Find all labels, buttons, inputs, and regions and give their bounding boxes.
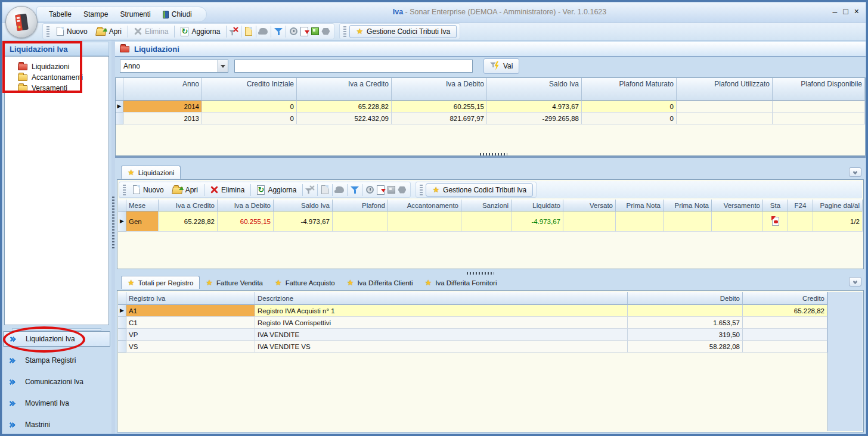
col-header[interactable]: Prima Nota <box>616 200 664 211</box>
table-row[interactable]: C1 Registo IVA Corrispettivi 1.653,57 <box>118 317 863 329</box>
close-button[interactable]: × <box>854 6 859 17</box>
col-header[interactable]: Mese <box>126 200 159 211</box>
menu-stampe[interactable]: Stampe <box>79 8 113 20</box>
apri-button[interactable]: Apri <box>92 26 126 37</box>
toolbar-grip[interactable] <box>123 185 126 195</box>
export-pdf-button[interactable] <box>375 185 386 195</box>
table-row[interactable]: VP IVA VENDITE 319,50 <box>118 329 863 341</box>
tree-item-versamenti[interactable]: Versamenti <box>5 83 108 94</box>
tab-iva-differita-fornitori[interactable]: ★ Iva Differita Fornitori <box>419 276 503 289</box>
clear-filter-button[interactable] <box>228 26 239 37</box>
col-header[interactable]: F24 <box>788 200 813 211</box>
nav-mastrini[interactable]: Mastrini <box>3 417 110 432</box>
nav-stampa-registri[interactable]: Stampa Registri <box>3 353 110 368</box>
toolbar-grip[interactable] <box>420 185 423 195</box>
collapse-panel-button[interactable] <box>849 277 861 286</box>
menu-strumenti[interactable]: Strumenti <box>115 8 155 20</box>
image-button[interactable] <box>309 26 320 37</box>
col-header[interactable]: Accantonamento <box>388 200 461 211</box>
toolbar-grip[interactable] <box>46 26 49 37</box>
table-row[interactable]: ▶ A1 Registro IVA Acquisti n° 1 65.228,8… <box>118 305 863 317</box>
col-header[interactable]: Registro Iva <box>126 292 255 305</box>
blank-page-button[interactable] <box>320 185 330 195</box>
clock-button[interactable] <box>364 185 375 195</box>
col-header[interactable]: Anno <box>123 78 202 101</box>
col-header[interactable]: Credito <box>743 292 827 305</box>
col-header[interactable]: Plafond Maturato <box>582 78 677 101</box>
col-header[interactable]: Saldo Iva <box>274 200 333 211</box>
scrollbar-track[interactable] <box>827 341 863 353</box>
table-row[interactable]: VS IVA VENDITE VS 58.282,08 <box>118 341 863 353</box>
nav-liquidazioni-iva[interactable]: Liquidazioni Iva <box>3 331 110 347</box>
elimina-button[interactable]: Elimina <box>206 185 249 195</box>
table-row[interactable]: ▶ 2014 0 65.228,82 60.255,15 4.973,67 0 <box>116 101 865 113</box>
apri-button[interactable]: Apri <box>168 184 202 195</box>
col-header[interactable]: Iva a Debito <box>218 200 274 211</box>
minimize-button[interactable]: – <box>833 6 838 17</box>
menu-tabelle[interactable]: Tabelle <box>44 8 76 20</box>
col-header[interactable]: Debito <box>628 292 743 305</box>
scrollbar-track[interactable] <box>827 353 863 431</box>
elimina-button[interactable]: Elimina <box>130 26 172 37</box>
dropdown-arrow-icon[interactable] <box>218 60 228 72</box>
clear-filter-button[interactable] <box>305 185 315 195</box>
toolbar-grip[interactable] <box>343 26 346 37</box>
export-pdf-button[interactable] <box>299 26 309 37</box>
stamp-button[interactable] <box>334 185 345 195</box>
col-header[interactable]: Saldo Iva <box>487 78 582 101</box>
col-header[interactable]: Iva a Debito <box>392 78 487 101</box>
col-header[interactable]: Plafond <box>333 200 388 211</box>
aggiorna-button[interactable]: ↻ Aggiorna <box>253 184 300 196</box>
image-button[interactable] <box>386 185 396 195</box>
hexagon-button[interactable] <box>320 26 331 37</box>
scrollbar-track[interactable] <box>827 329 863 341</box>
col-header[interactable]: Iva a Credito <box>297 78 392 101</box>
tab-fatture-acquisto[interactable]: ★ Fatture Acquisto <box>269 276 341 289</box>
filter-button[interactable] <box>349 185 360 195</box>
col-header[interactable]: Plafond Utilizzato <box>677 78 773 101</box>
scrollbar-track[interactable] <box>827 305 863 317</box>
col-header[interactable]: Versato <box>563 200 616 211</box>
vai-button[interactable]: Vai <box>483 58 519 74</box>
table-row[interactable]: 2013 0 522.432,09 821.697,97 -299.265,88… <box>116 113 865 124</box>
clock-button[interactable] <box>288 26 299 37</box>
table-row[interactable]: ▶ Gen 65.228,82 60.255,15 -4.973,67 -4.9… <box>118 211 863 232</box>
scrollbar-track[interactable] <box>827 292 863 305</box>
filter-field-dropdown[interactable]: Anno <box>120 60 228 73</box>
tree-item-accantonamenti[interactable]: Accantonamenti <box>5 72 108 83</box>
tab-fatture-vendita[interactable]: ★ Fatture Vendita <box>200 276 269 289</box>
app-menu-button[interactable] <box>5 6 38 38</box>
pdf-icon[interactable] <box>772 217 779 226</box>
search-input[interactable] <box>234 60 473 73</box>
tab-liquidazioni[interactable]: ★ Liquidazioni <box>121 166 181 179</box>
col-header[interactable]: Liquidato <box>512 200 563 211</box>
nav-comunicazioni-iva[interactable]: Comunicazioni Iva <box>3 374 110 390</box>
tree-item-liquidazioni[interactable]: Liquidazioni <box>5 61 108 72</box>
tab-totali-per-registro[interactable]: ★ Totali per Registro <box>121 276 200 289</box>
col-header[interactable]: Iva a Credito <box>159 200 218 211</box>
col-header[interactable]: Pagine dal/al <box>813 200 863 211</box>
nav-movimenti-iva[interactable]: Movimenti Iva <box>3 395 110 411</box>
horizontal-splitter[interactable] <box>115 156 866 158</box>
sidebar-splitter[interactable] <box>4 327 109 331</box>
col-header[interactable]: Plafond Disponibile <box>773 78 865 101</box>
stamp-button[interactable] <box>258 26 269 37</box>
col-header[interactable]: Versamento <box>712 200 763 211</box>
nuovo-button[interactable]: Nuovo <box>129 184 168 195</box>
blank-page-button[interactable] <box>243 26 254 37</box>
nuovo-button[interactable]: Nuovo <box>52 26 92 37</box>
hexagon-button[interactable] <box>396 185 407 195</box>
col-header[interactable]: Sta <box>763 200 788 211</box>
maximize-button[interactable]: □ <box>843 6 848 17</box>
filter-button[interactable] <box>273 26 284 37</box>
col-header[interactable]: Sanzioni <box>461 200 512 211</box>
collapse-panel-button[interactable] <box>849 167 861 177</box>
tab-iva-differita-clienti[interactable]: ★ Iva Differita Clienti <box>341 276 419 289</box>
gestione-codici-button[interactable]: ★ Gestione Codici Tributi Iva <box>426 183 533 197</box>
scrollbar-track[interactable] <box>827 317 863 329</box>
col-header[interactable]: Prima Nota <box>664 200 712 211</box>
col-header[interactable]: Descrizione <box>255 292 628 305</box>
gestione-codici-button[interactable]: ★ Gestione Codici Tributi Iva <box>349 25 457 38</box>
col-header[interactable]: Credito Iniziale <box>202 78 297 101</box>
aggiorna-button[interactable]: ↻ Aggiorna <box>176 26 224 38</box>
